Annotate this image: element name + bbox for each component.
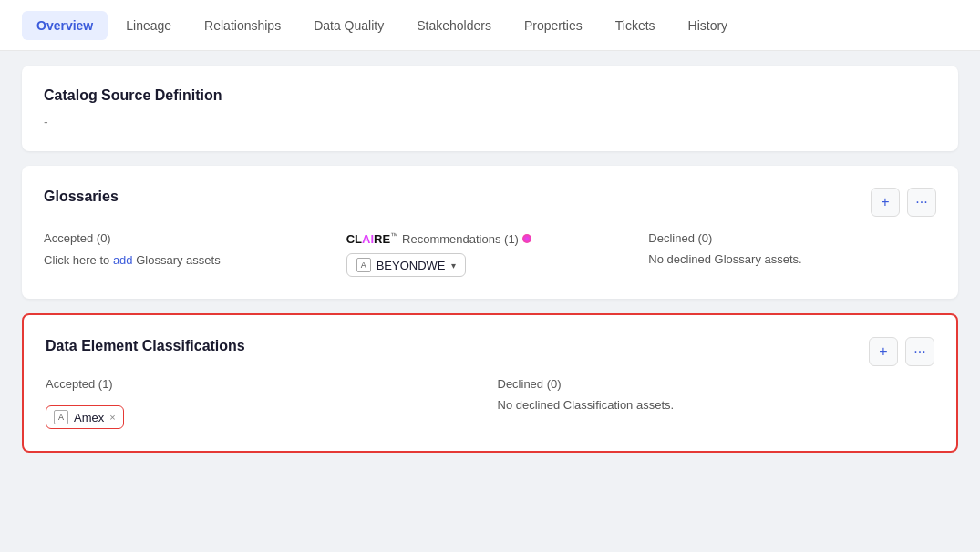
beyondwe-chip[interactable]: A BEYONDWE ▾ — [346, 253, 466, 277]
claire-label: CLAIRE™ Recommendations (1) — [346, 231, 634, 246]
glossaries-link-text[interactable]: Click here to add Glossary assets — [44, 253, 221, 267]
glossaries-accepted-link[interactable]: Click here to add Glossary assets — [44, 252, 332, 267]
link-prefix: Click here to — [44, 253, 109, 267]
dec-accepted-label: Accepted (1) — [46, 377, 483, 391]
tab-overview[interactable]: Overview — [22, 11, 108, 40]
dec-declined-col: Declined (0) No declined Classification … — [498, 377, 935, 429]
dec-no-declined-text: No declined Classification assets. — [498, 398, 935, 412]
nav-bar: Overview Lineage Relationships Data Qual… — [0, 0, 980, 51]
glossaries-title: Glossaries — [44, 189, 119, 205]
link-add[interactable]: add — [113, 253, 133, 267]
amex-chip: A Amex × — [46, 405, 124, 429]
claire-brand-text: CLAIRE™ — [346, 231, 398, 246]
glossaries-accepted-col: Accepted (0) Click here to add Glossary … — [44, 231, 332, 277]
claire-dot-indicator — [522, 234, 531, 243]
glossaries-header: Glossaries + ··· — [44, 188, 936, 217]
glossaries-declined-col: Declined (0) No declined Glossary assets… — [648, 231, 936, 277]
glossaries-accepted-label: Accepted (0) — [44, 231, 332, 245]
glossaries-claire-col: CLAIRE™ Recommendations (1) A BEYONDWE ▾ — [346, 231, 634, 277]
main-content: Catalog Source Definition - Glossaries +… — [0, 51, 980, 467]
dec-header: Data Element Classifications + ··· — [46, 337, 934, 366]
claire-re: RE — [374, 232, 390, 246]
tab-properties[interactable]: Properties — [510, 11, 597, 40]
glossaries-add-button[interactable]: + — [871, 188, 900, 217]
beyondwe-chip-wrapper[interactable]: A BEYONDWE ▾ — [346, 253, 634, 277]
catalog-source-card: Catalog Source Definition - — [22, 66, 958, 151]
dec-card: Data Element Classifications + ··· Accep… — [22, 313, 958, 453]
catalog-source-title: Catalog Source Definition — [44, 87, 936, 104]
amex-close-icon[interactable]: × — [109, 413, 115, 423]
claire-tm: ™ — [390, 231, 398, 240]
beyondwe-icon: A — [356, 258, 371, 272]
dec-actions: + ··· — [869, 337, 934, 366]
amex-icon: A — [54, 410, 68, 424]
tab-tickets[interactable]: Tickets — [601, 11, 670, 40]
tab-data-quality[interactable]: Data Quality — [299, 11, 398, 40]
dec-title: Data Element Classifications — [46, 338, 245, 354]
dec-columns: Accepted (1) A Amex × Declined (0) No de… — [46, 377, 934, 429]
glossaries-card: Glossaries + ··· Accepted (0) Click here… — [22, 166, 958, 299]
chevron-down-icon: ▾ — [451, 261, 456, 271]
beyondwe-label: BEYONDWE — [377, 259, 446, 272]
dec-accepted-col: Accepted (1) A Amex × — [46, 377, 483, 429]
catalog-source-value: - — [44, 115, 936, 129]
glossaries-columns: Accepted (0) Click here to add Glossary … — [44, 231, 936, 277]
claire-rec-text: Recommendations (1) — [402, 232, 519, 246]
glossaries-actions: + ··· — [871, 188, 936, 217]
dec-declined-label: Declined (0) — [498, 377, 935, 391]
dec-add-button[interactable]: + — [869, 337, 898, 366]
claire-cl: CL — [346, 232, 362, 246]
tab-stakeholders[interactable]: Stakeholders — [402, 11, 506, 40]
glossaries-more-button[interactable]: ··· — [907, 188, 936, 217]
glossaries-declined-label: Declined (0) — [648, 231, 936, 245]
claire-ai: AI — [362, 232, 374, 246]
tab-lineage[interactable]: Lineage — [111, 11, 186, 40]
tab-relationships[interactable]: Relationships — [190, 11, 295, 40]
amex-chip-wrapper: A Amex × — [46, 398, 483, 429]
dec-more-button[interactable]: ··· — [905, 337, 934, 366]
tab-history[interactable]: History — [674, 11, 743, 40]
link-suffix-text: Glossary assets — [136, 253, 220, 267]
amex-label: Amex — [74, 411, 104, 424]
glossaries-no-declined-text: No declined Glossary assets. — [648, 252, 936, 266]
